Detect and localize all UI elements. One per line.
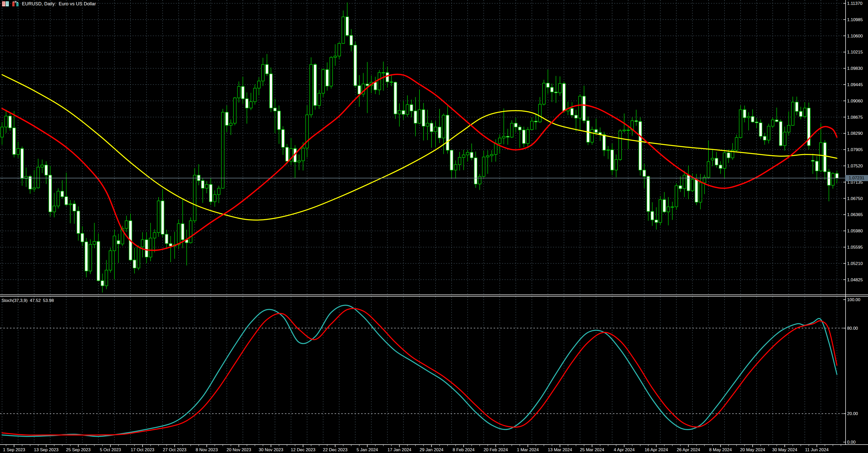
svg-text:17 Jan 2024: 17 Jan 2024 xyxy=(388,447,411,452)
indicator-panel[interactable]: 100.0080.0020.000.00 xyxy=(0,297,868,444)
svg-text:13 Mar 2024: 13 Mar 2024 xyxy=(548,447,572,452)
current-price-value: 1.07231 xyxy=(849,175,864,181)
svg-text:5 Oct 2023: 5 Oct 2023 xyxy=(100,447,121,452)
panel-separator[interactable] xyxy=(0,294,868,297)
time-axis[interactable]: 1 Sep 202313 Sep 202325 Sep 20235 Oct 20… xyxy=(0,444,868,453)
svg-text:25 Mar 2024: 25 Mar 2024 xyxy=(580,447,604,452)
svg-text:8 May 2024: 8 May 2024 xyxy=(709,447,732,452)
main-chart-panel[interactable]: 1.113701.109851.106001.102151.098301.094… xyxy=(0,0,868,294)
svg-text:1 Mar 2024: 1 Mar 2024 xyxy=(517,447,539,452)
indicator-value-main: 47.52 xyxy=(30,298,41,303)
svg-text:13 Sep 2023: 13 Sep 2023 xyxy=(34,447,58,452)
stochastic-canvas[interactable]: 100.0080.0020.000.00 xyxy=(0,297,868,444)
svg-text:20 Feb 2024: 20 Feb 2024 xyxy=(484,447,508,452)
svg-text:5 Jan 2024: 5 Jan 2024 xyxy=(356,447,378,452)
svg-text:27 Oct 2023: 27 Oct 2023 xyxy=(163,447,187,452)
svg-text:30 May 2024: 30 May 2024 xyxy=(772,447,797,452)
svg-text:1 Sep 2023: 1 Sep 2023 xyxy=(3,447,25,452)
svg-text:16 Apr 2024: 16 Apr 2024 xyxy=(645,447,668,452)
svg-text:29 Jan 2024: 29 Jan 2024 xyxy=(420,447,443,452)
candlestick-chart-icon xyxy=(12,1,19,7)
svg-text:8 Nov 2023: 8 Nov 2023 xyxy=(196,447,218,452)
price-axis-border xyxy=(845,0,846,445)
svg-text:4 Apr 2024: 4 Apr 2024 xyxy=(614,447,634,452)
svg-text:20 Nov 2023: 20 Nov 2023 xyxy=(226,447,251,452)
chart-window: { "window": { "title": "EURUSD, Daily: E… xyxy=(0,0,868,453)
svg-text:8 Feb 2024: 8 Feb 2024 xyxy=(453,447,474,452)
main-chart-canvas[interactable]: 1.113701.109851.106001.102151.098301.094… xyxy=(0,0,868,294)
svg-text:11 Jun 2024: 11 Jun 2024 xyxy=(805,447,829,452)
symbol-quotes-icon xyxy=(2,1,9,7)
svg-text:26 Apr 2024: 26 Apr 2024 xyxy=(677,447,700,452)
indicator-value-signal: 53.98 xyxy=(43,298,54,303)
indicator-label: Stoch(37,3,9)47.5253.98 xyxy=(2,298,56,303)
svg-text:30 Nov 2023: 30 Nov 2023 xyxy=(259,447,283,452)
time-axis-canvas[interactable]: 1 Sep 202313 Sep 202325 Sep 20235 Oct 20… xyxy=(0,445,868,453)
svg-text:12 Dec 2023: 12 Dec 2023 xyxy=(291,447,315,452)
svg-text:22 Dec 2023: 22 Dec 2023 xyxy=(323,447,347,452)
svg-text:20 May 2024: 20 May 2024 xyxy=(740,447,765,452)
svg-text:25 Sep 2023: 25 Sep 2023 xyxy=(66,447,90,452)
price-axis[interactable] xyxy=(846,0,868,444)
chart-title: EURUSD, Daily: Euro vs US Dollar xyxy=(22,1,96,7)
svg-text:17 Oct 2023: 17 Oct 2023 xyxy=(131,447,154,452)
indicator-name: Stoch(37,3,9) xyxy=(2,298,28,303)
current-price-tag: 1.07231 xyxy=(845,175,868,181)
chart-title-bar: EURUSD, Daily: Euro vs US Dollar xyxy=(2,1,96,7)
